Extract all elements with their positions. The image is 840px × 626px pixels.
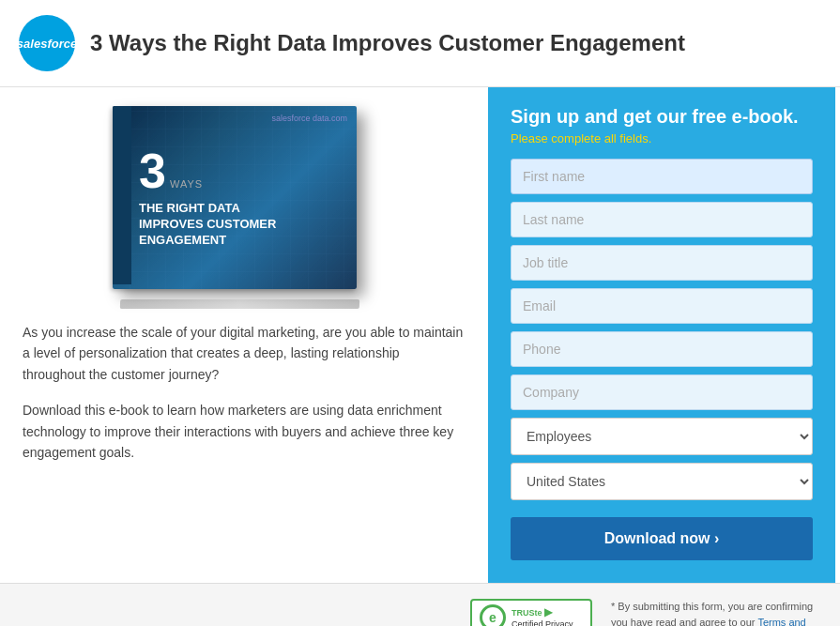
phone-input[interactable] <box>511 331 813 367</box>
country-group: United States Canada United Kingdom Aust… <box>511 463 813 500</box>
employees-group: Employees 1-10 11-50 51-200 201-500 501-… <box>511 418 813 455</box>
book-image: 3 WAYS THE RIGHT DATA IMPROVES CUSTOMER … <box>113 106 375 303</box>
description-paragraph-1: As you increase the scale of your digita… <box>23 322 466 385</box>
salesforce-logo: salesforce <box>19 15 75 71</box>
job-title-input[interactable] <box>511 245 813 281</box>
country-select[interactable]: United States Canada United Kingdom Aust… <box>511 463 813 500</box>
page-header: salesforce 3 Ways the Right Data Improve… <box>0 0 840 87</box>
main-content: 3 WAYS THE RIGHT DATA IMPROVES CUSTOMER … <box>0 87 840 583</box>
logo-text: salesforce <box>17 37 77 51</box>
form-subtitle: Please complete all fields. <box>511 131 813 145</box>
company-input[interactable] <box>511 374 813 410</box>
right-panel: Sign up and get our free e-book. Please … <box>488 87 835 583</box>
employees-select[interactable]: Employees 1-10 11-50 51-200 201-500 501-… <box>511 418 813 455</box>
trust-disclaimer: * By submitting this form, you are confi… <box>611 599 817 626</box>
phone-group <box>511 331 813 367</box>
job-title-group <box>511 245 813 281</box>
form-title: Sign up and get our free e-book. <box>511 106 813 128</box>
book-subtitle: THE RIGHT DATA IMPROVES CUSTOMER ENGAGEM… <box>139 201 276 249</box>
left-panel: 3 WAYS THE RIGHT DATA IMPROVES CUSTOMER … <box>0 87 488 583</box>
trust-footer: e TRUSte ▶ Certified Privacy ✓ Norton SE… <box>0 583 840 626</box>
company-group <box>511 374 813 410</box>
book-ways: WAYS <box>170 178 203 190</box>
last-name-group <box>511 202 813 237</box>
email-input[interactable] <box>511 288 813 324</box>
description-paragraph-2: Download this e-book to learn how market… <box>23 400 466 463</box>
book-number: 3 <box>139 146 166 195</box>
book-brand: salesforce data.com <box>271 114 347 123</box>
truste-text: TRUSte ▶ Certified Privacy <box>512 605 573 626</box>
trust-badges: e TRUSte ▶ Certified Privacy ✓ Norton SE… <box>470 599 592 626</box>
last-name-input[interactable] <box>511 202 813 237</box>
download-button[interactable]: Download now › <box>511 517 813 560</box>
truste-badge: e TRUSte ▶ Certified Privacy <box>470 599 592 626</box>
email-group <box>511 288 813 324</box>
first-name-input[interactable] <box>511 159 813 194</box>
page-title: 3 Ways the Right Data Improves Customer … <box>90 30 685 57</box>
first-name-group <box>511 159 813 194</box>
truste-e-icon: e <box>480 604 506 626</box>
